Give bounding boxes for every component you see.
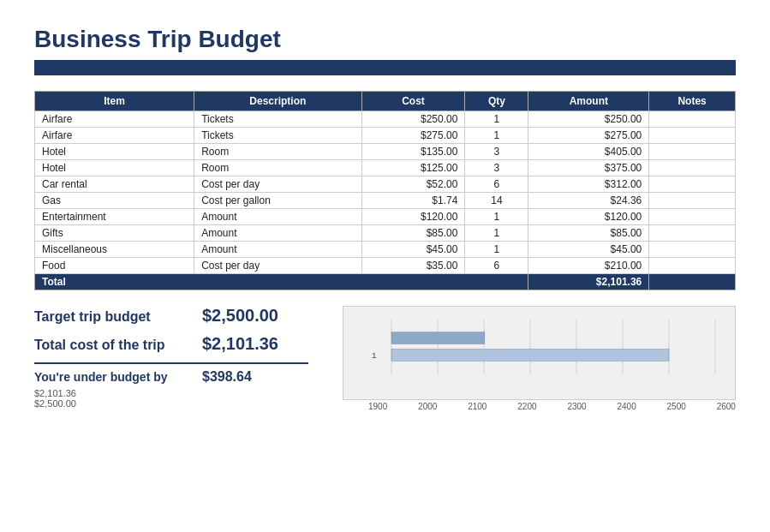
table-cell xyxy=(649,144,736,160)
legend-labels: $2,101.36 $2,500.00 xyxy=(34,388,308,409)
table-cell: $45.00 xyxy=(528,242,649,258)
table-cell: $85.00 xyxy=(528,225,649,242)
table-row: FoodCost per day$35.006$210.00 xyxy=(35,258,736,274)
table-row: MiscellaneousAmount$45.001$45.00 xyxy=(35,242,736,258)
table-cell: 3 xyxy=(465,144,528,160)
x-axis-label: 2200 xyxy=(517,402,536,411)
page-title: Business Trip Budget xyxy=(34,26,736,53)
table-cell: Amount xyxy=(194,209,361,225)
table-cell: Airfare xyxy=(35,111,194,128)
table-cell: Hotel xyxy=(35,160,194,176)
table-cell: $135.00 xyxy=(361,144,465,160)
bar-chart: 1 xyxy=(369,315,726,379)
table-cell: Room xyxy=(194,144,361,160)
table-cell: $35.00 xyxy=(361,258,465,274)
x-axis-label: 2000 xyxy=(418,402,437,411)
table-body: AirfareTickets$250.001$250.00AirfareTick… xyxy=(35,111,736,274)
x-axis-label: 2500 xyxy=(667,402,686,411)
table-cell: Amount xyxy=(194,242,361,258)
total-label: Total xyxy=(35,274,528,290)
table-cell: 1 xyxy=(465,225,528,242)
total-cost-label: Total cost of the trip xyxy=(34,338,188,353)
svg-rect-9 xyxy=(391,332,485,344)
table-cell: Miscellaneous xyxy=(35,242,194,258)
column-header: Amount xyxy=(528,92,649,111)
total-notes xyxy=(649,274,736,290)
target-label: Target trip budget xyxy=(34,309,188,325)
table-cell: 6 xyxy=(465,176,528,193)
table-cell: Food xyxy=(35,258,194,274)
table-cell: $45.00 xyxy=(361,242,465,258)
table-cell: $24.36 xyxy=(528,193,649,209)
column-header: Description xyxy=(194,92,361,111)
table-cell: $375.00 xyxy=(528,160,649,176)
legend2: $2,500.00 xyxy=(34,398,308,409)
table-cell: $312.00 xyxy=(528,176,649,193)
table-cell: 1 xyxy=(465,111,528,128)
table-cell xyxy=(649,111,736,128)
table-cell: 1 xyxy=(465,209,528,225)
chart-area: 1 xyxy=(343,306,736,400)
table-cell: $52.00 xyxy=(361,176,465,193)
summary-chart-row: Target trip budget $2,500.00 Total cost … xyxy=(34,306,736,411)
under-budget-value: $398.64 xyxy=(202,369,252,385)
under-budget-label: You're under budget by xyxy=(34,370,188,384)
table-cell xyxy=(649,242,736,258)
table-cell: Amount xyxy=(194,225,361,242)
table-cell: Gas xyxy=(35,193,194,209)
total-amount: $2,101.36 xyxy=(528,274,649,290)
table-cell: $120.00 xyxy=(361,209,465,225)
summary-section: Target trip budget $2,500.00 Total cost … xyxy=(34,306,308,409)
table-row: GasCost per gallon$1.7414$24.36 xyxy=(35,193,736,209)
table-row: Car rentalCost per day$52.006$312.00 xyxy=(35,176,736,193)
table-cell: Cost per day xyxy=(194,258,361,274)
table-cell: Cost per gallon xyxy=(194,193,361,209)
table-cell: 1 xyxy=(465,128,528,144)
table-cell xyxy=(649,209,736,225)
table-cell: $275.00 xyxy=(528,128,649,144)
table-cell: Hotel xyxy=(35,144,194,160)
table-cell: Cost per day xyxy=(194,176,361,193)
x-axis-label: 2600 xyxy=(717,402,736,411)
table-cell: $250.00 xyxy=(361,111,465,128)
column-header: Qty xyxy=(465,92,528,111)
legend1: $2,101.36 xyxy=(34,388,308,398)
total-row: Total $2,101.36 xyxy=(35,274,736,290)
table-cell xyxy=(649,176,736,193)
budget-table: ItemDescriptionCostQtyAmountNotes Airfar… xyxy=(34,91,736,290)
table-cell: $210.00 xyxy=(528,258,649,274)
table-row: AirfareTickets$250.001$250.00 xyxy=(35,111,736,128)
x-axis-label: 2300 xyxy=(567,402,586,411)
table-cell: 1 xyxy=(465,242,528,258)
table-cell: Entertainment xyxy=(35,209,194,225)
target-value: $2,500.00 xyxy=(202,306,278,326)
column-header: Cost xyxy=(361,92,465,111)
table-cell: 14 xyxy=(465,193,528,209)
table-cell xyxy=(649,193,736,209)
table-row: EntertainmentAmount$120.001$120.00 xyxy=(35,209,736,225)
table-cell xyxy=(649,225,736,242)
table-cell xyxy=(649,128,736,144)
table-row: HotelRoom$135.003$405.00 xyxy=(35,144,736,160)
table-cell: Tickets xyxy=(194,111,361,128)
table-cell: $1.74 xyxy=(361,193,465,209)
table-cell: 6 xyxy=(465,258,528,274)
table-cell: Airfare xyxy=(35,128,194,144)
x-axis-label: 2400 xyxy=(617,402,636,411)
table-header-row: ItemDescriptionCostQtyAmountNotes xyxy=(35,92,736,111)
table-cell: Gifts xyxy=(35,225,194,242)
header-bar xyxy=(34,60,736,75)
target-row: Target trip budget $2,500.00 xyxy=(34,306,308,326)
table-cell: 3 xyxy=(465,160,528,176)
table-cell: $250.00 xyxy=(528,111,649,128)
x-axis-label: 1900 xyxy=(368,402,387,411)
column-header: Item xyxy=(35,92,194,111)
table-cell: $275.00 xyxy=(361,128,465,144)
table-row: AirfareTickets$275.001$275.00 xyxy=(35,128,736,144)
table-cell: $405.00 xyxy=(528,144,649,160)
svg-rect-10 xyxy=(391,349,669,361)
total-cost-value: $2,101.36 xyxy=(202,334,278,354)
table-cell: $85.00 xyxy=(361,225,465,242)
total-cost-row: Total cost of the trip $2,101.36 xyxy=(34,334,308,354)
table-cell xyxy=(649,160,736,176)
